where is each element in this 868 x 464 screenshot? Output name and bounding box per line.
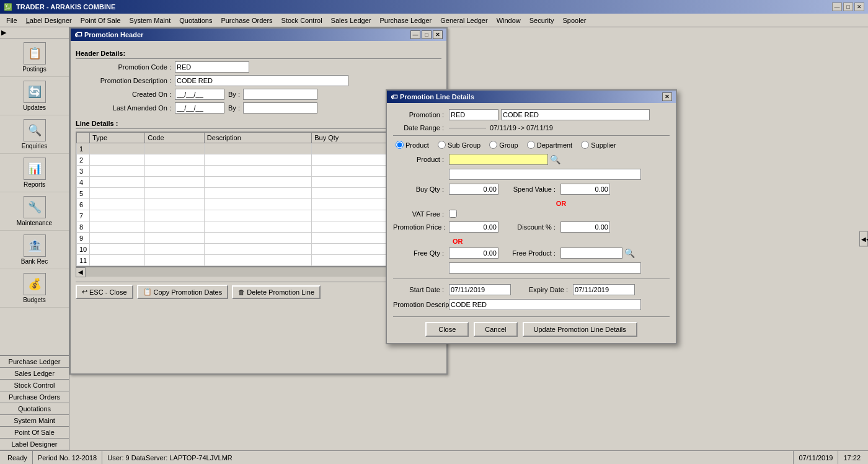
row-code-1[interactable] <box>145 143 205 154</box>
row-num-6: 6 <box>77 199 90 210</box>
menu-stock-control[interactable]: Stock Control <box>278 16 326 25</box>
last-amended-by-input[interactable] <box>243 102 317 114</box>
radio-subgroup-label: Sub Group <box>448 141 480 149</box>
sidebar-item-maintenance[interactable]: 🔧 Maintenance <box>0 192 69 231</box>
radio-group-input[interactable] <box>489 141 497 149</box>
app-title: TRADER - ARRAKIS COMBINE <box>16 3 115 11</box>
created-by-input[interactable] <box>243 89 317 100</box>
sidebar-bottom-stock-control[interactable]: Stock Control <box>0 380 69 391</box>
product-desc-input[interactable] <box>449 169 641 180</box>
dialog-date-range-label: Date Range : <box>393 124 449 132</box>
window-minimize-btn[interactable]: — <box>410 30 420 39</box>
menu-window[interactable]: Window <box>493 16 525 25</box>
scroll-left-btn[interactable]: ◀ <box>76 267 86 277</box>
promo-code-input[interactable] <box>175 61 249 73</box>
minimize-button[interactable]: — <box>832 2 842 11</box>
right-collapse-btn[interactable]: ◀◀ <box>859 231 868 247</box>
dialog-promo-desc-row: Promotion Description : <box>393 299 670 310</box>
window-close-btn[interactable]: ✕ <box>433 30 443 39</box>
sidebar-label-maintenance: Maintenance <box>17 220 52 226</box>
radio-supplier[interactable]: Supplier <box>581 141 616 149</box>
sidebar-label-reports: Reports <box>24 181 45 188</box>
window-maximize-btn[interactable]: □ <box>422 30 432 39</box>
discount-pct-label: Discount % : <box>498 223 560 231</box>
discount-pct-input[interactable] <box>560 221 610 233</box>
radio-department[interactable]: Department <box>527 141 572 149</box>
row-num-3: 3 <box>77 166 90 177</box>
sidebar-bottom-purchase-ledger[interactable]: Purchase Ledger <box>0 356 69 368</box>
menu-general-ledger[interactable]: General Ledger <box>436 16 491 25</box>
promo-desc-input[interactable] <box>175 75 348 86</box>
radio-subgroup-input[interactable] <box>438 141 446 149</box>
menu-file[interactable]: File <box>2 16 21 25</box>
sidebar-item-bank-rec[interactable]: 🏦 Bank Rec <box>0 231 69 269</box>
radio-subgroup[interactable]: Sub Group <box>438 141 480 149</box>
sidebar-bottom-purchase-orders[interactable]: Purchase Orders <box>0 391 69 403</box>
dialog-promotion-code-input[interactable] <box>449 109 498 120</box>
dialog-close-btn[interactable]: ✕ <box>662 92 672 101</box>
row-desc-1[interactable] <box>204 143 311 154</box>
menu-spooler[interactable]: Spooler <box>559 16 590 25</box>
delete-promotion-line-button[interactable]: 🗑 Delete Promotion Line <box>232 285 321 299</box>
promo-price-input[interactable] <box>449 221 498 233</box>
expiry-date-input[interactable] <box>573 284 635 295</box>
spend-value-input[interactable] <box>560 184 610 195</box>
row-num-10: 10 <box>77 244 90 255</box>
radio-department-input[interactable] <box>527 141 535 149</box>
free-product-search-icon[interactable]: 🔍 <box>624 248 635 258</box>
sidebar-bottom-system-maint[interactable]: System Maint <box>0 415 69 427</box>
menu-purchase-orders[interactable]: Purchase Orders <box>217 16 276 25</box>
menu-label-designer[interactable]: Label Designer <box>22 16 76 25</box>
promo-desc-label: Promotion Description : <box>76 77 175 84</box>
cancel-button[interactable]: Cancel <box>474 322 517 337</box>
dialog-title-text: Promotion Line Details <box>400 93 474 100</box>
free-qty-input[interactable] <box>449 248 498 259</box>
dialog-buttons: Close Cancel Update Promotion Line Detai… <box>393 316 670 337</box>
menu-security[interactable]: Security <box>526 16 558 25</box>
sidebar-item-postings[interactable]: 📋 Postings <box>0 38 69 77</box>
menu-sales-ledger[interactable]: Sales Ledger <box>327 16 375 25</box>
dialog-promotion-desc-input[interactable] <box>501 109 650 120</box>
menu-point-of-sale[interactable]: Point Of Sale <box>77 16 125 25</box>
last-amended-input[interactable] <box>175 102 224 114</box>
promo-desc-dialog-input[interactable] <box>449 299 641 310</box>
menu-system-maint[interactable]: System Maint <box>126 16 175 25</box>
row-type-1[interactable] <box>90 143 145 154</box>
menu-purchase-ledger[interactable]: Purchase Ledger <box>376 16 435 25</box>
search-icon[interactable]: 🔍 <box>550 154 560 164</box>
sidebar-bottom-point-of-sale[interactable]: Point Of Sale <box>0 427 69 439</box>
date-range-value: 07/11/19 -> 07/11/19 <box>490 124 553 132</box>
row-qty-1[interactable] <box>312 143 392 154</box>
sidebar-collapse-icon[interactable]: ▶ <box>1 29 6 37</box>
maximize-button[interactable]: □ <box>843 2 853 11</box>
row-num-1: 1 <box>77 143 90 154</box>
product-input[interactable] <box>449 154 548 165</box>
free-product-desc-input[interactable] <box>449 262 641 274</box>
sidebar-bottom-sales-ledger[interactable]: Sales Ledger <box>0 368 69 380</box>
col-code: Code <box>145 133 205 143</box>
free-product-input[interactable] <box>560 248 622 259</box>
radio-supplier-input[interactable] <box>581 141 589 149</box>
start-date-input[interactable] <box>449 284 511 295</box>
copy-promotion-dates-button[interactable]: 📋 Copy Promotion Dates <box>137 285 229 299</box>
sidebar-item-reports[interactable]: 📊 Reports <box>0 154 69 192</box>
sidebar-bottom-label-designer[interactable]: Label Designer <box>0 439 69 450</box>
sidebar-item-budgets[interactable]: 💰 Budgets <box>0 269 69 308</box>
sidebar-item-updates[interactable]: 🔄 Updates <box>0 77 69 115</box>
update-promo-line-details-button[interactable]: Update Promotion Line Details <box>523 322 637 337</box>
row-type-2[interactable] <box>90 154 145 166</box>
radio-product-input[interactable] <box>396 141 404 149</box>
buy-qty-input[interactable] <box>449 184 498 195</box>
scroll-track[interactable] <box>86 267 432 277</box>
dialog-title-bar: 🏷 Promotion Line Details ✕ <box>387 91 676 103</box>
menu-quotations[interactable]: Quotations <box>175 16 216 25</box>
sidebar-bottom-quotations[interactable]: Quotations <box>0 403 69 415</box>
vat-free-checkbox[interactable] <box>449 210 457 218</box>
created-on-input[interactable] <box>175 89 224 100</box>
sidebar-item-enquiries[interactable]: 🔍 Enquiries <box>0 115 69 154</box>
close-button[interactable]: ✕ <box>854 2 864 11</box>
radio-group[interactable]: Group <box>489 141 518 149</box>
radio-product[interactable]: Product <box>396 141 429 149</box>
esc-close-button[interactable]: ↩ ESC - Close <box>76 285 133 299</box>
close-button[interactable]: Close <box>425 322 469 337</box>
